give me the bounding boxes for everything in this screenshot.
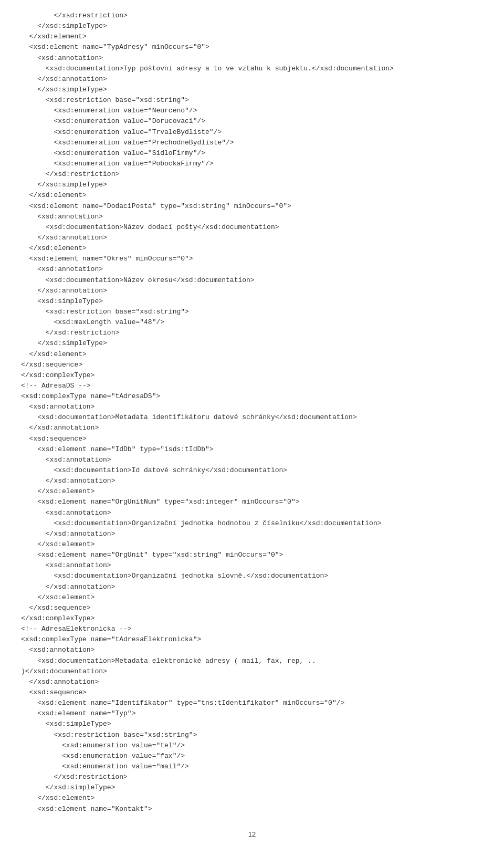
page-number: 12	[21, 830, 483, 838]
code-content: </xsd:restriction> </xsd:simpleType> </x…	[21, 11, 483, 815]
